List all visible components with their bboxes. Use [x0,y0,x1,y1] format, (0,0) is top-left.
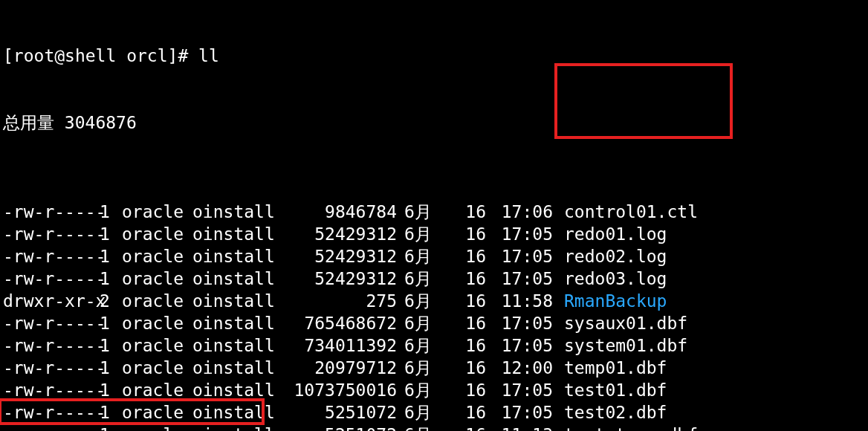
spacer [553,223,564,245]
col-perm: drwxr-xr-x [3,290,100,312]
col-month: 6月 [404,201,445,223]
spacer [553,268,564,290]
col-size: 52429312 [274,245,397,268]
col-month: 6月 [404,268,445,290]
col-owner: oracle [122,334,192,357]
listing-row: -rw-r-----1oracleoinstall5251072 6月1617:… [3,401,865,424]
col-owner: oracle [122,201,192,223]
spacer [553,424,564,431]
col-time: 17:05 [486,268,553,290]
col-perm: -rw-r----- [3,379,100,401]
spacer [397,424,404,431]
listing-row: -rw-r-----1oracleoinstall52429312 6月1617… [3,268,865,290]
listing-row: -rw-r-----1oracleoinstall734011392 6月161… [3,334,865,357]
col-group: oinstall [192,268,274,290]
col-group: oinstall [192,201,274,223]
col-time: 17:05 [486,245,553,268]
col-time: 17:05 [486,223,553,245]
col-day: 16 [445,201,486,223]
listing-row: -rw-r-----1oracleoinstall765468672 6月161… [3,312,865,334]
file-name: control01.ctl [564,201,865,223]
col-size: 52429312 [274,268,397,290]
col-size: 5251072 [274,424,397,431]
col-links: 1 [100,357,122,379]
col-size: 9846784 [274,201,397,223]
col-size: 734011392 [274,334,397,357]
col-day: 16 [445,424,486,431]
col-links: 1 [100,379,122,401]
col-perm: -rw-r----- [3,268,100,290]
col-size: 275 [274,290,397,312]
col-group: oinstall [192,312,274,334]
col-group: oinstall [192,401,274,424]
col-day: 16 [445,268,486,290]
spacer [397,312,404,334]
listing-row: -rw-r-----1oracleoinstall5251072 6月1611:… [3,424,865,431]
spacer [397,245,404,268]
col-owner: oracle [122,424,192,431]
spacer [397,290,404,312]
spacer [553,379,564,401]
command-ll: ll [198,46,219,65]
col-day: 16 [445,223,486,245]
col-perm: -rw-r----- [3,223,100,245]
col-perm: -rw-r----- [3,312,100,334]
col-time: 11:58 [486,290,553,312]
col-links: 1 [100,401,122,424]
col-group: oinstall [192,290,274,312]
col-owner: oracle [122,268,192,290]
col-month: 6月 [404,334,445,357]
spacer [397,268,404,290]
prompt-line-1: [root@shell orcl]# ll [3,45,865,67]
col-links: 1 [100,245,122,268]
col-links: 1 [100,312,122,334]
listing-row: -rw-r-----1oracleoinstall52429312 6月1617… [3,245,865,268]
col-month: 6月 [404,312,445,334]
summary-line: 总用量 3046876 [3,111,865,134]
spacer [397,401,404,424]
col-size: 5251072 [274,401,397,424]
col-group: oinstall [192,334,274,357]
spacer [553,357,564,379]
listing-row: -rw-r-----1oracleoinstall1073750016 6月16… [3,379,865,401]
spacer [553,245,564,268]
file-listing: -rw-r-----1oracleoinstall9846784 6月1617:… [3,201,865,431]
spacer [397,334,404,357]
listing-row: -rw-r-----1oracleoinstall52429312 6月1617… [3,223,865,245]
file-name: sysaux01.dbf [564,312,865,334]
col-group: oinstall [192,245,274,268]
col-owner: oracle [122,379,192,401]
col-month: 6月 [404,290,445,312]
col-size: 52429312 [274,223,397,245]
file-name: test01.dbf [564,379,865,401]
shell-prompt: [root@shell orcl]# [3,45,198,67]
col-links: 1 [100,334,122,357]
terminal-window[interactable]: [root@shell orcl]# ll 总用量 3046876 -rw-r-… [0,0,868,431]
col-links: 1 [100,268,122,290]
spacer [397,223,404,245]
spacer [397,379,404,401]
listing-row: -rw-r-----1oracleoinstall20979712 6月1612… [3,357,865,379]
col-group: oinstall [192,357,274,379]
file-name: redo02.log [564,245,865,268]
col-month: 6月 [404,401,445,424]
col-owner: oracle [122,401,192,424]
col-time: 17:05 [486,401,553,424]
file-name: test_temp.dbf [564,424,865,431]
col-day: 16 [445,245,486,268]
col-month: 6月 [404,379,445,401]
listing-row: drwxr-xr-x2oracleoinstall275 6月1611:58 R… [3,290,865,312]
col-month: 6月 [404,357,445,379]
spacer [553,312,564,334]
spacer [553,290,564,312]
col-size: 765468672 [274,312,397,334]
col-time: 11:13 [486,424,553,431]
file-name: redo03.log [564,268,865,290]
file-name: system01.dbf [564,334,865,357]
col-owner: oracle [122,223,192,245]
col-links: 2 [100,290,122,312]
col-month: 6月 [404,245,445,268]
col-perm: -rw-r----- [3,401,100,424]
spacer [397,201,404,223]
col-time: 17:05 [486,312,553,334]
